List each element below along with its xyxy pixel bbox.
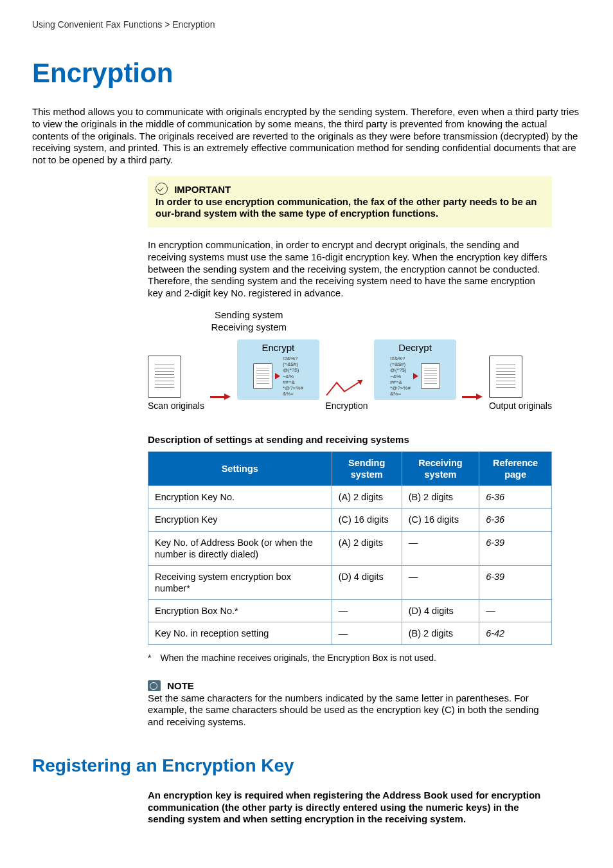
cell: — — [332, 600, 402, 622]
cell: Encryption Box No.* — [148, 600, 332, 622]
settings-table: Settings Sending system Receiving system… — [148, 451, 552, 645]
check-circle-icon — [155, 183, 168, 195]
section-text: An encryption key is required when regis… — [148, 790, 552, 826]
cell: Key No. in reception setting — [148, 622, 332, 645]
cell: Encryption Key — [148, 509, 332, 531]
cell: (B) 2 digits — [402, 622, 479, 645]
col-sending: Sending system — [332, 452, 402, 486]
important-label: IMPORTANT — [174, 184, 231, 195]
cell: — — [332, 622, 402, 645]
cell: 6-36 — [479, 509, 552, 531]
body-paragraph: In encryption communication, in order to… — [148, 239, 552, 300]
table-caption: Description of settings at sending and r… — [148, 434, 552, 446]
table-row: Encryption Key (C) 16 digits (C) 16 digi… — [148, 509, 552, 531]
cell: (A) 2 digits — [332, 486, 402, 509]
cell: Key No. of Address Book (or when the num… — [148, 531, 332, 565]
triangle-right-icon — [275, 373, 280, 379]
table-row: Encryption Box No.* — (D) 4 digits — — [148, 600, 552, 622]
arrow-right-icon — [462, 393, 483, 400]
receiving-system-label: Receiving system — [148, 321, 350, 334]
important-callout: IMPORTANT In order to use encryption com… — [148, 176, 552, 228]
col-reference: Reference page — [479, 452, 552, 486]
cell: (A) 2 digits — [332, 531, 402, 565]
col-settings: Settings — [148, 452, 332, 486]
cell: — — [402, 565, 479, 599]
encrypt-box: Encrypt !#&%?(=&$#)@(*?$)~&%##=&*@?>%#&%… — [237, 339, 319, 400]
table-row: Key No. of Address Book (or when the num… — [148, 531, 552, 565]
document-icon — [253, 363, 272, 389]
table-row: Encryption Key No. (A) 2 digits (B) 2 di… — [148, 486, 552, 509]
encrypt-label: Encrypt — [262, 342, 294, 354]
cell: (D) 4 digits — [332, 565, 402, 599]
output-originals-label: Output originals — [489, 401, 552, 412]
cell: — — [402, 531, 479, 565]
encryption-label: Encryption — [325, 401, 368, 412]
transmission-icon — [325, 379, 364, 398]
triangle-right-icon — [413, 373, 418, 379]
col-receiving: Receiving system — [402, 452, 479, 486]
scan-originals-label: Scan originals — [148, 401, 204, 412]
cell: (D) 4 digits — [402, 600, 479, 622]
note-icon — [148, 680, 161, 691]
arrow-right-icon — [210, 393, 231, 400]
document-icon — [421, 363, 440, 389]
page-title: Encryption — [32, 57, 581, 91]
cell: Receiving system encryption box number* — [148, 565, 332, 599]
cell: 6-39 — [479, 531, 552, 565]
breadcrumb: Using Convenient Fax Functions > Encrypt… — [32, 19, 581, 31]
table-row: Key No. in reception setting — (B) 2 dig… — [148, 622, 552, 645]
note-label: NOTE — [167, 680, 194, 691]
important-text: In order to use encryption communication… — [155, 196, 544, 221]
intro-paragraph: This method allows you to communicate wi… — [32, 106, 581, 167]
table-footnote: * When the machine receives originals, t… — [148, 653, 552, 664]
sending-system-label: Sending system — [148, 309, 350, 321]
cipher-text-icon: !#&%?(=&$#)@(*?$)~&%##=&*@?>%#&%= — [283, 356, 303, 397]
cell: (C) 16 digits — [402, 509, 479, 531]
cipher-text-icon: !#&%?(=&$#)@(*?$)~&%##=&*@?>%#&%= — [390, 356, 411, 397]
note-callout: NOTE Set the same characters for the num… — [148, 680, 552, 728]
cell: (B) 2 digits — [402, 486, 479, 509]
cell: — — [479, 600, 552, 622]
encryption-diagram: Scan originals Encrypt !#&%?(=&$#)@(*?$)… — [148, 339, 552, 411]
decrypt-label: Decrypt — [398, 342, 432, 354]
decrypt-box: Decrypt !#&%?(=&$#)@(*?$)~&%##=&*@?>%#&%… — [374, 339, 456, 400]
section-heading: Registering an Encryption Key — [32, 754, 581, 777]
cell: 6-39 — [479, 565, 552, 599]
cell: Encryption Key No. — [148, 486, 332, 509]
cell: (C) 16 digits — [332, 509, 402, 531]
document-icon — [489, 356, 522, 398]
cell: 6-36 — [479, 486, 552, 509]
note-text: Set the same characters for the numbers … — [148, 692, 552, 728]
cell: 6-42 — [479, 622, 552, 645]
table-row: Receiving system encryption box number* … — [148, 565, 552, 599]
document-icon — [148, 356, 181, 398]
